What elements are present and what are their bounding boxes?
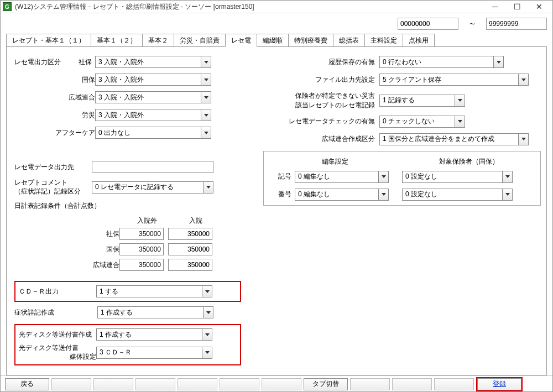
footer-blank-7[interactable] xyxy=(350,378,390,390)
footer-blank-4[interactable] xyxy=(178,378,217,390)
combo-disk[interactable]: 1 作成する xyxy=(96,328,212,341)
chevron-down-icon[interactable] xyxy=(493,56,503,67)
combo-koiki[interactable]: 3 入院・入院外 xyxy=(95,91,211,103)
footer-blank-1[interactable] xyxy=(51,378,91,390)
combo-aftercare[interactable]: 0 出力なし xyxy=(95,127,211,139)
combo-saigai[interactable]: 1 記録する xyxy=(379,95,465,107)
window-title: (W12)システム管理情報－レセプト・総括印刷情報設定 - ソーソー [orma… xyxy=(15,2,484,12)
footer-blank-6[interactable] xyxy=(262,378,301,390)
tab-order[interactable]: 編綴順 xyxy=(257,34,289,47)
range-to-input[interactable] xyxy=(486,18,547,30)
maximize-button[interactable]: ☐ xyxy=(506,1,528,13)
chevron-down-icon[interactable] xyxy=(201,109,211,121)
combo-cdr[interactable]: 1 する xyxy=(96,285,212,297)
tab-shuka[interactable]: 主科設定 xyxy=(364,34,403,47)
chevron-down-icon[interactable] xyxy=(202,286,212,297)
label-output-class: レセ電出力区分 xyxy=(14,58,69,67)
tab-reseden[interactable]: レセ電 xyxy=(225,34,257,47)
chevron-down-icon[interactable] xyxy=(201,74,211,85)
combo-kokuho[interactable]: 3 入院・入院外 xyxy=(95,74,211,86)
chevron-down-icon[interactable] xyxy=(201,92,211,103)
tab-inspection[interactable]: 点検用 xyxy=(403,34,435,47)
chevron-down-icon[interactable] xyxy=(201,127,211,138)
highlight-disk: 光ディスク等送付書作成 1 作成する 光ディスク等送付書媒体設定 3 ＣＤ－Ｒ xyxy=(14,324,241,365)
chevron-down-icon[interactable] xyxy=(502,171,512,182)
footer-blank-5[interactable] xyxy=(220,378,259,390)
kokuho-in-input[interactable] xyxy=(168,243,212,255)
combo-bangou-edit[interactable]: 0 編集なし xyxy=(295,189,389,201)
app-icon: G xyxy=(3,2,12,11)
combo-koiki-create[interactable]: 1 国保分と広域連合分をまとめて作成 xyxy=(379,133,529,145)
chevron-down-icon[interactable] xyxy=(378,171,388,182)
combo-rireki[interactable]: 0 行なわない xyxy=(379,56,504,68)
combo-shouki[interactable]: 1 作成する xyxy=(97,306,213,318)
footer-blank-9[interactable] xyxy=(434,378,474,390)
koiki-in-input[interactable] xyxy=(168,259,212,271)
highlight-cdr: ＣＤ－Ｒ出力 1 する xyxy=(14,281,241,302)
combo-comment[interactable]: 0 レセ電データに記録する xyxy=(92,181,213,194)
tab-basic1-2[interactable]: 基本１（２） xyxy=(91,34,143,47)
combo-kigou-edit[interactable]: 0 編集なし xyxy=(295,171,389,183)
chevron-down-icon[interactable] xyxy=(203,182,213,193)
output-dest-input[interactable] xyxy=(92,161,213,173)
chevron-down-icon[interactable] xyxy=(455,95,465,106)
range-separator: ～ xyxy=(468,19,476,29)
shaho-in-input[interactable] xyxy=(168,228,212,240)
tab-switch-button[interactable]: タブ切替 xyxy=(304,378,348,390)
footer-blank-2[interactable] xyxy=(93,378,133,390)
combo-media[interactable]: 3 ＣＤ－Ｒ xyxy=(96,347,212,359)
combo-bangou-target[interactable]: 0 設定なし xyxy=(402,189,513,201)
chevron-down-icon[interactable] xyxy=(378,189,388,200)
tab-basic2[interactable]: 基本２ xyxy=(142,34,174,47)
footer-blank-3[interactable] xyxy=(135,378,175,390)
chevron-down-icon[interactable] xyxy=(201,56,211,67)
combo-shaho[interactable]: 3 入院・入院外 xyxy=(95,56,211,68)
combo-rosai[interactable]: 3 入院・入院外 xyxy=(95,109,211,121)
chevron-down-icon[interactable] xyxy=(502,189,512,200)
chevron-down-icon[interactable] xyxy=(202,329,212,340)
close-button[interactable]: ✕ xyxy=(528,1,550,13)
tab-special[interactable]: 特別療養費 xyxy=(288,34,333,47)
chevron-down-icon[interactable] xyxy=(203,307,213,318)
chevron-down-icon[interactable] xyxy=(455,116,465,127)
chevron-down-icon[interactable] xyxy=(518,134,528,145)
chevron-down-icon[interactable] xyxy=(518,74,528,85)
shaho-out-input[interactable] xyxy=(119,228,164,240)
combo-check[interactable]: 0 チェックしない xyxy=(379,116,465,128)
back-button[interactable]: 戻る xyxy=(5,378,49,390)
combo-kigou-target[interactable]: 0 設定なし xyxy=(402,171,513,183)
tab-basic1-1[interactable]: レセプト・基本１（１） xyxy=(6,34,91,47)
tab-summary[interactable]: 総括表 xyxy=(333,34,365,47)
highlight-register: 登録 xyxy=(476,377,523,391)
tab-rosai[interactable]: 労災・自賠責 xyxy=(174,34,226,47)
range-from-input[interactable] xyxy=(398,18,458,30)
combo-file-output[interactable]: 5 クライアント保存 xyxy=(379,74,529,86)
koiki-out-input[interactable] xyxy=(119,259,164,271)
minimize-button[interactable]: ─ xyxy=(484,1,506,13)
footer-blank-8[interactable] xyxy=(392,378,432,390)
kokuho-out-input[interactable] xyxy=(119,243,164,255)
register-button[interactable]: 登録 xyxy=(477,378,521,390)
chevron-down-icon[interactable] xyxy=(202,347,212,358)
